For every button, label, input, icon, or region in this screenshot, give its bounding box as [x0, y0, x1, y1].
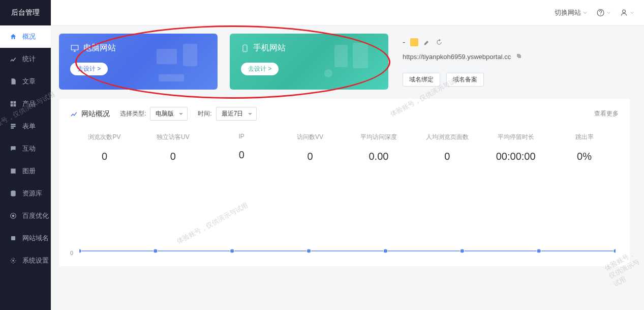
site-cards: 电脑网站 去设计 > 手机网站 去设计 > — [59, 34, 388, 90]
mobile-icon — [241, 44, 249, 53]
bind-domain-button[interactable]: 域名绑定 — [403, 73, 440, 87]
domain-buttons: 域名绑定 域名备案 — [403, 73, 630, 87]
sidebar-item-overview[interactable]: 概况 — [0, 25, 51, 48]
database-icon — [9, 189, 17, 198]
form-icon — [9, 122, 17, 130]
grid-icon — [9, 100, 17, 108]
gear-icon — [9, 257, 17, 265]
metric-vv: 访问数VV0 — [276, 133, 345, 162]
svg-point-17 — [614, 249, 616, 253]
time-filter: 时间: 最近7日 — [198, 107, 257, 121]
home-icon — [9, 33, 17, 41]
chart-icon — [9, 55, 17, 63]
metric-pv: 浏览次数PV0 — [70, 133, 139, 162]
target-icon — [9, 212, 17, 220]
sidebar-item-domain[interactable]: 网站域名 — [0, 227, 51, 249]
sidebar-item-resources[interactable]: 资源库 — [0, 182, 51, 205]
edit-button[interactable] — [423, 39, 431, 46]
svg-point-1 — [12, 215, 15, 217]
type-filter-label: 选择类型: — [120, 109, 146, 118]
sidebar-item-stats[interactable]: 统计 — [0, 48, 51, 70]
globe-icon — [9, 234, 17, 242]
site-name-placeholder: - — [403, 38, 405, 47]
mobile-design-button[interactable]: 去设计 > — [241, 63, 279, 75]
metric-duration: 平均停留时长00:00:00 — [481, 133, 550, 162]
sidebar-item-label: 文章 — [22, 77, 36, 86]
mobile-site-card: 手机网站 去设计 > — [230, 34, 388, 90]
svg-point-11 — [154, 249, 158, 253]
top-row: 电脑网站 去设计 > 手机网站 去设计 > — [59, 34, 630, 90]
time-select[interactable]: 最近7日 — [216, 107, 257, 121]
chart-y-zero: 0 — [70, 250, 73, 256]
svg-point-6 — [623, 10, 626, 13]
svg-point-3 — [12, 260, 14, 262]
svg-point-8 — [244, 50, 245, 51]
svg-point-15 — [460, 249, 464, 253]
chart-line — [79, 247, 616, 251]
help-button[interactable] — [596, 6, 610, 20]
main-content: 电脑网站 去设计 > 手机网站 去设计 > — [51, 25, 644, 310]
sidebar-item-label: 系统设置 — [22, 256, 49, 265]
metric-ip: IP0 — [207, 133, 276, 162]
svg-point-14 — [383, 249, 387, 253]
analytics-icon — [70, 110, 78, 118]
sidebar-item-forms[interactable]: 表单 — [0, 115, 51, 137]
metric-pages: 人均浏览页面数0 — [413, 133, 481, 162]
svg-point-13 — [306, 249, 311, 253]
site-url: https://tiyanpkoh6959.yswebportal.cc — [403, 53, 630, 61]
chart-svg — [79, 248, 616, 254]
pc-design-button[interactable]: 去设计 > — [70, 63, 108, 75]
image-icon — [9, 167, 17, 175]
sidebar-item-articles[interactable]: 文章 — [0, 70, 51, 93]
svg-point-5 — [600, 14, 601, 15]
sidebar-item-gallery[interactable]: 图册 — [0, 160, 51, 182]
refresh-button[interactable] — [436, 39, 443, 46]
view-more-link[interactable]: 查看更多 — [594, 109, 619, 118]
sidebar-item-label: 图册 — [22, 166, 36, 176]
type-filter: 选择类型: 电脑版 — [120, 107, 188, 121]
record-domain-button[interactable]: 域名备案 — [446, 73, 484, 87]
metrics-row: 浏览次数PV0 独立访客UV0 IP0 访问数VV0 平均访问深度0.00 人均… — [70, 133, 619, 162]
svg-rect-2 — [11, 236, 15, 240]
stats-panel: 网站概况 选择类型: 电脑版 时间: 最近7日 查看更多 浏览次数PV0 独立访… — [59, 99, 630, 266]
top-header: 切换网站 — [51, 0, 644, 25]
sidebar-item-products[interactable]: 产品 — [0, 93, 51, 115]
sidebar: 后台管理 概况 统计 文章 产品 表单 互动 图册 资源库 百度优化 网站域名 — [0, 0, 51, 310]
chevron-down-icon — [607, 11, 610, 15]
site-info: - https://tiyanpkoh6959.yswebportal.cc 域… — [403, 34, 630, 90]
card-decoration — [141, 39, 212, 84]
card-decoration — [312, 39, 383, 84]
stats-header: 网站概况 选择类型: 电脑版 时间: 最近7日 查看更多 — [70, 107, 619, 121]
user-menu[interactable] — [620, 6, 634, 20]
svg-point-12 — [230, 249, 234, 253]
chevron-down-icon — [583, 11, 587, 15]
sidebar-item-label: 表单 — [22, 122, 36, 131]
stats-title: 网站概况 — [70, 109, 110, 119]
sidebar-item-label: 网站域名 — [22, 234, 49, 243]
sidebar-item-label: 百度优化 — [22, 211, 49, 220]
sidebar-item-interaction[interactable]: 互动 — [0, 137, 51, 160]
site-info-row: - — [403, 38, 630, 47]
time-filter-label: 时间: — [198, 109, 211, 118]
switch-site-dropdown[interactable]: 切换网站 — [555, 8, 587, 17]
sidebar-title: 后台管理 — [0, 0, 51, 25]
site-badge-icon — [410, 38, 418, 46]
document-icon — [9, 77, 17, 86]
metric-uv: 独立访客UV0 — [139, 133, 207, 162]
metric-bounce: 跳出率0% — [550, 133, 619, 162]
sidebar-item-seo[interactable]: 百度优化 — [0, 205, 51, 227]
type-select[interactable]: 电脑版 — [150, 107, 188, 121]
pc-site-card: 电脑网站 去设计 > — [59, 34, 218, 90]
sidebar-item-label: 资源库 — [22, 189, 42, 198]
sidebar-item-settings[interactable]: 系统设置 — [0, 249, 51, 272]
sidebar-item-label: 统计 — [22, 54, 36, 64]
monitor-icon — [70, 44, 79, 53]
sidebar-item-label: 概况 — [22, 32, 36, 41]
sidebar-item-label: 产品 — [22, 99, 36, 108]
help-icon — [596, 8, 605, 18]
copy-url-button[interactable] — [516, 53, 522, 61]
sidebar-item-label: 互动 — [22, 144, 36, 153]
user-icon — [620, 8, 628, 18]
svg-point-16 — [537, 249, 541, 253]
metric-depth: 平均访问深度0.00 — [345, 133, 413, 162]
